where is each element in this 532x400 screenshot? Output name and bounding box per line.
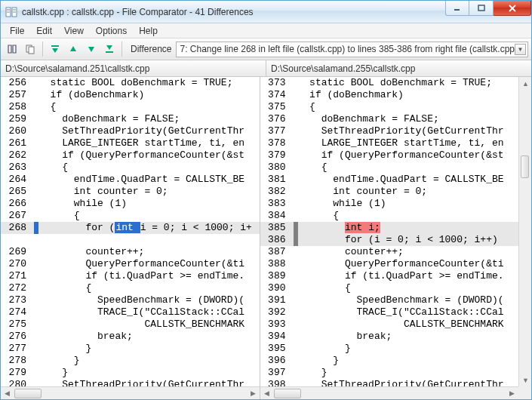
scroll-down-icon[interactable]: ▼ bbox=[519, 374, 532, 386]
code-line[interactable]: 270 QueryPerformanceCounter(&ti bbox=[1, 258, 260, 270]
code-line[interactable]: 398 SetThreadPriority(GetCurrentThr bbox=[260, 379, 519, 386]
code-line[interactable]: 373 static BOOL doBenchmark = TRUE; bbox=[260, 77, 519, 89]
code-line[interactable]: 263 { bbox=[1, 162, 260, 174]
code-line[interactable]: 258 { bbox=[1, 101, 260, 113]
last-diff-icon[interactable] bbox=[101, 41, 118, 57]
code-line[interactable]: 385 int i; bbox=[260, 222, 519, 234]
code-line[interactable]: 267 { bbox=[1, 210, 260, 222]
window-title: callstk.cpp : callstk.cpp - File Compara… bbox=[22, 7, 445, 17]
code-line[interactable]: 260 SetThreadPriority(GetCurrentThr bbox=[1, 125, 260, 137]
menu-file[interactable]: File bbox=[4, 24, 30, 38]
code-line[interactable]: 378 LARGE_INTEGER startTime, ti, en bbox=[260, 137, 519, 149]
code-line[interactable]: 381 endTime.QuadPart = CALLSTK_BE bbox=[260, 174, 519, 186]
code-line[interactable]: 396 } bbox=[260, 355, 519, 367]
code-line[interactable]: 384 { bbox=[260, 210, 519, 222]
right-code[interactable]: 373 static BOOL doBenchmark = TRUE;374 i… bbox=[260, 77, 519, 386]
first-diff-icon[interactable] bbox=[47, 41, 63, 57]
left-hscroll[interactable]: ◀ ▶ bbox=[1, 386, 260, 399]
right-hscroll[interactable]: ◀ ▶ bbox=[260, 386, 519, 399]
code-line[interactable]: 273 SpeedBenchmark = (DWORD)( bbox=[1, 294, 260, 306]
code-line[interactable]: 394 break; bbox=[260, 331, 519, 343]
line-number: 261 bbox=[1, 137, 34, 149]
scroll-thumb[interactable] bbox=[521, 155, 529, 178]
code-line[interactable]: 261 LARGE_INTEGER startTime, ti, en bbox=[1, 137, 260, 149]
code-line[interactable]: 271 if (ti.QuadPart >= endTime. bbox=[1, 270, 260, 282]
code-line[interactable] bbox=[1, 234, 260, 246]
code-line[interactable]: 276 break; bbox=[1, 331, 260, 343]
scroll-left-icon[interactable]: ◀ bbox=[1, 387, 14, 400]
scroll-thumb[interactable] bbox=[14, 389, 42, 398]
recompare-icon[interactable] bbox=[4, 41, 20, 57]
code-line[interactable]: 386 for (i = 0; i < 1000; i++) bbox=[260, 234, 519, 246]
app-window: callstk.cpp : callstk.cpp - File Compara… bbox=[0, 0, 532, 400]
line-text: break; bbox=[38, 331, 260, 343]
line-number: 384 bbox=[260, 210, 294, 222]
code-line[interactable]: 274 TRACE_I("CCallStack::CCal bbox=[1, 306, 260, 318]
code-line[interactable]: 391 SpeedBenchmark = (DWORD)( bbox=[260, 294, 519, 306]
code-line[interactable]: 278 } bbox=[1, 355, 260, 367]
code-line[interactable]: 382 int counter = 0; bbox=[260, 186, 519, 198]
scroll-up-icon[interactable]: ▲ bbox=[519, 77, 532, 90]
code-line[interactable]: 376 doBenchmark = FALSE; bbox=[260, 113, 519, 125]
code-line[interactable]: 387 counter++; bbox=[260, 246, 519, 258]
scroll-right-icon[interactable]: ▶ bbox=[506, 387, 518, 400]
line-text: for (i = 0; i < 1000; i++) bbox=[298, 234, 519, 246]
line-number: 278 bbox=[1, 355, 34, 367]
difference-value: 7: Change line 268 in left file (callstk… bbox=[180, 44, 518, 54]
line-number: 269 bbox=[1, 246, 34, 258]
code-line[interactable]: 269 counter++; bbox=[1, 246, 260, 258]
code-line[interactable]: 257 if (doBenchmark) bbox=[1, 89, 260, 101]
code-line[interactable]: 383 while (1) bbox=[260, 198, 519, 210]
close-button[interactable] bbox=[494, 1, 531, 16]
right-pane: 373 static BOOL doBenchmark = TRUE;374 i… bbox=[260, 77, 519, 399]
code-line[interactable]: 279 } bbox=[1, 367, 260, 379]
line-number: 275 bbox=[1, 318, 34, 331]
scroll-right-icon[interactable]: ▶ bbox=[247, 387, 260, 400]
code-line[interactable]: 392 TRACE_I("CCallStack::CCal bbox=[260, 306, 519, 318]
line-number: 274 bbox=[1, 306, 34, 318]
code-line[interactable]: 280 SetThreadPriority(GetCurrentThr bbox=[1, 379, 260, 386]
line-text: SetThreadPriority(GetCurrentThr bbox=[38, 125, 260, 137]
code-line[interactable]: 268 for (int i = 0; i < 1000; i+ bbox=[1, 222, 260, 234]
code-line[interactable]: 264 endTime.QuadPart = CALLSTK_BE bbox=[1, 174, 260, 186]
prev-diff-icon[interactable] bbox=[65, 41, 81, 57]
vertical-scrollbar[interactable]: ▲ ▼ bbox=[518, 77, 531, 386]
scroll-left-icon[interactable]: ◀ bbox=[260, 387, 273, 400]
code-line[interactable]: 380 { bbox=[260, 162, 519, 174]
left-path[interactable]: D:\Source\salamand.251\callstk.cpp bbox=[1, 60, 266, 76]
code-line[interactable]: 395 } bbox=[260, 343, 519, 355]
left-pane: 256 static BOOL doBenchmark = TRUE;257 i… bbox=[1, 77, 260, 399]
chevron-down-icon[interactable]: ▼ bbox=[515, 44, 526, 55]
next-diff-icon[interactable] bbox=[83, 41, 100, 57]
scroll-thumb[interactable] bbox=[274, 389, 301, 398]
line-number: 395 bbox=[260, 343, 294, 355]
copy-icon[interactable] bbox=[22, 41, 38, 57]
difference-combo[interactable]: 7: Change line 268 in left file (callstk… bbox=[176, 42, 528, 57]
code-line[interactable]: 390 { bbox=[260, 282, 519, 294]
line-number: 264 bbox=[1, 174, 34, 186]
maximize-button[interactable] bbox=[469, 1, 494, 16]
code-line[interactable]: 259 doBenchmark = FALSE; bbox=[1, 113, 260, 125]
code-line[interactable]: 375 { bbox=[260, 101, 519, 113]
code-line[interactable]: 389 if (ti.QuadPart >= endTime. bbox=[260, 270, 519, 282]
code-line[interactable]: 397 } bbox=[260, 367, 519, 379]
code-line[interactable]: 393 CALLSTK_BENCHMARK bbox=[260, 318, 519, 331]
menu-view[interactable]: View bbox=[58, 24, 90, 38]
code-line[interactable]: 374 if (doBenchmark) bbox=[260, 89, 519, 101]
code-line[interactable]: 277 } bbox=[1, 343, 260, 355]
minimize-button[interactable] bbox=[445, 1, 469, 16]
code-line[interactable]: 275 CALLSTK_BENCHMARK bbox=[1, 318, 260, 331]
code-line[interactable]: 379 if (QueryPerformanceCounter(&st bbox=[260, 149, 519, 162]
right-path[interactable]: D:\Source\salamand.255\callstk.cpp bbox=[266, 60, 531, 76]
left-code[interactable]: 256 static BOOL doBenchmark = TRUE;257 i… bbox=[1, 77, 260, 386]
code-line[interactable]: 377 SetThreadPriority(GetCurrentThr bbox=[260, 125, 519, 137]
code-line[interactable]: 388 QueryPerformanceCounter(&ti bbox=[260, 258, 519, 270]
code-line[interactable]: 256 static BOOL doBenchmark = TRUE; bbox=[1, 77, 260, 89]
code-line[interactable]: 272 { bbox=[1, 282, 260, 294]
code-line[interactable]: 266 while (1) bbox=[1, 198, 260, 210]
code-line[interactable]: 262 if (QueryPerformanceCounter(&st bbox=[1, 149, 260, 162]
menu-options[interactable]: Options bbox=[90, 24, 133, 38]
menu-help[interactable]: Help bbox=[133, 24, 164, 38]
code-line[interactable]: 265 int counter = 0; bbox=[1, 186, 260, 198]
menu-edit[interactable]: Edit bbox=[30, 24, 58, 38]
